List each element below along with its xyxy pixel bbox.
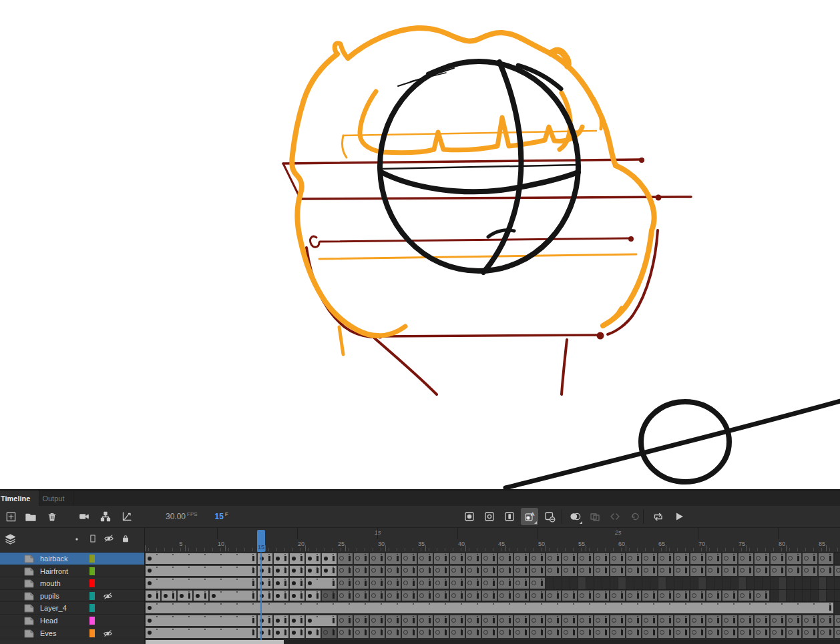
frame-span[interactable] <box>770 553 786 565</box>
frame-span[interactable] <box>594 627 610 639</box>
frame-span[interactable] <box>530 590 546 602</box>
frame-span[interactable] <box>626 590 642 602</box>
frame-span[interactable] <box>353 577 369 589</box>
frame-span[interactable] <box>145 553 257 565</box>
frame-span[interactable] <box>578 627 594 639</box>
frame-span[interactable] <box>722 627 738 639</box>
frame-span[interactable] <box>273 627 289 639</box>
frame-span[interactable] <box>433 590 449 602</box>
frame-span[interactable] <box>417 615 433 627</box>
frame-span[interactable] <box>706 553 722 565</box>
frame-span[interactable] <box>273 565 289 577</box>
frame-span[interactable] <box>690 627 706 639</box>
layer-name-label[interactable]: hairback <box>40 555 68 563</box>
frame-span[interactable] <box>578 553 594 565</box>
frame-span[interactable] <box>594 553 610 565</box>
frame-span[interactable] <box>145 627 257 639</box>
frame-span[interactable] <box>658 553 674 565</box>
frame-span[interactable] <box>433 565 449 577</box>
frame-span[interactable] <box>465 590 481 602</box>
new-folder-icon[interactable] <box>22 508 39 525</box>
frame-span[interactable] <box>273 615 289 627</box>
frame-span[interactable] <box>337 565 353 577</box>
frame-span[interactable] <box>417 590 433 602</box>
frame-span[interactable] <box>786 553 802 565</box>
frame-span[interactable] <box>145 615 257 627</box>
frame-span[interactable] <box>305 615 337 627</box>
frame-span[interactable] <box>449 627 465 639</box>
frame-span[interactable] <box>786 615 802 627</box>
frame-span[interactable] <box>369 615 385 627</box>
layer-row-mouth[interactable]: mouth <box>0 577 144 590</box>
frame-span[interactable] <box>385 577 401 589</box>
frame-span[interactable] <box>145 565 257 577</box>
frame-span[interactable] <box>513 553 530 565</box>
frame-span[interactable] <box>257 577 273 589</box>
frame-span[interactable] <box>562 627 578 639</box>
frame-span[interactable] <box>738 565 754 577</box>
frame-span[interactable] <box>273 577 289 589</box>
frame-row-Layer_4[interactable] <box>145 602 840 615</box>
frame-span[interactable] <box>578 590 594 602</box>
frame-span[interactable] <box>674 553 690 565</box>
horizontal-scrollbar[interactable] <box>145 640 840 644</box>
scrollbar-thumb[interactable] <box>146 640 284 644</box>
frame-span[interactable] <box>738 590 754 602</box>
frame-span[interactable] <box>546 615 562 627</box>
frame-span[interactable] <box>321 553 337 565</box>
layer-color-swatch[interactable] <box>89 555 95 563</box>
frame-span[interactable] <box>562 615 578 627</box>
layer-color-swatch[interactable] <box>89 604 95 612</box>
frame-span[interactable] <box>209 590 257 602</box>
hide-all-icon[interactable] <box>103 533 115 547</box>
frame-span[interactable] <box>674 590 690 602</box>
fps-value[interactable]: 30.00 <box>166 512 186 521</box>
frame-span[interactable] <box>193 590 209 602</box>
frame-span[interactable] <box>257 615 273 627</box>
layer-hidden-eye-icon[interactable] <box>102 629 114 640</box>
frame-span[interactable] <box>674 627 690 639</box>
frame-span[interactable] <box>706 627 722 639</box>
insert-keyframe-button[interactable] <box>461 508 478 525</box>
frame-span[interactable] <box>770 565 786 577</box>
layer-color-swatch[interactable] <box>89 579 95 587</box>
frame-span[interactable] <box>337 615 353 627</box>
frame-span[interactable] <box>594 615 610 627</box>
frame-span[interactable] <box>337 577 353 589</box>
frame-span[interactable] <box>385 627 401 639</box>
frame-span[interactable] <box>658 565 674 577</box>
delete-layer-icon[interactable] <box>43 508 61 525</box>
frame-span[interactable] <box>674 615 690 627</box>
onion-skin-button[interactable] <box>566 508 584 525</box>
layer-name-label[interactable]: Layer_4 <box>40 604 67 612</box>
frame-span[interactable] <box>722 565 738 577</box>
frame-span[interactable] <box>337 553 353 565</box>
frame-ruler[interactable]: 1s2s510202530354045505560657075808515 <box>145 528 840 553</box>
layer-color-swatch[interactable] <box>89 629 95 637</box>
frame-span[interactable] <box>449 577 465 589</box>
frame-span[interactable] <box>706 590 722 602</box>
frame-span[interactable] <box>690 590 706 602</box>
frame-span[interactable] <box>594 590 610 602</box>
frame-span[interactable] <box>417 553 433 565</box>
frame-span[interactable] <box>305 565 321 577</box>
frame-span[interactable] <box>530 577 546 589</box>
play-button[interactable] <box>670 508 688 525</box>
frame-span[interactable] <box>754 590 770 602</box>
frame-span[interactable] <box>626 565 642 577</box>
frame-span[interactable] <box>177 590 193 602</box>
frame-span[interactable] <box>738 553 754 565</box>
layer-row-hairback[interactable]: hairback <box>0 553 144 565</box>
frame-span[interactable] <box>497 590 513 602</box>
frame-span[interactable] <box>802 565 818 577</box>
layer-row-Hairfront[interactable]: Hairfront <box>0 565 144 578</box>
frame-span[interactable] <box>401 553 417 565</box>
frame-span[interactable] <box>754 615 770 627</box>
layer-name-label[interactable]: mouth <box>40 579 61 587</box>
frame-span[interactable] <box>626 627 642 639</box>
frame-span[interactable] <box>369 553 385 565</box>
frame-span[interactable] <box>610 590 626 602</box>
layer-name-label[interactable]: Hairfront <box>40 567 68 575</box>
frame-span[interactable] <box>562 553 578 565</box>
frame-span[interactable] <box>465 627 481 639</box>
